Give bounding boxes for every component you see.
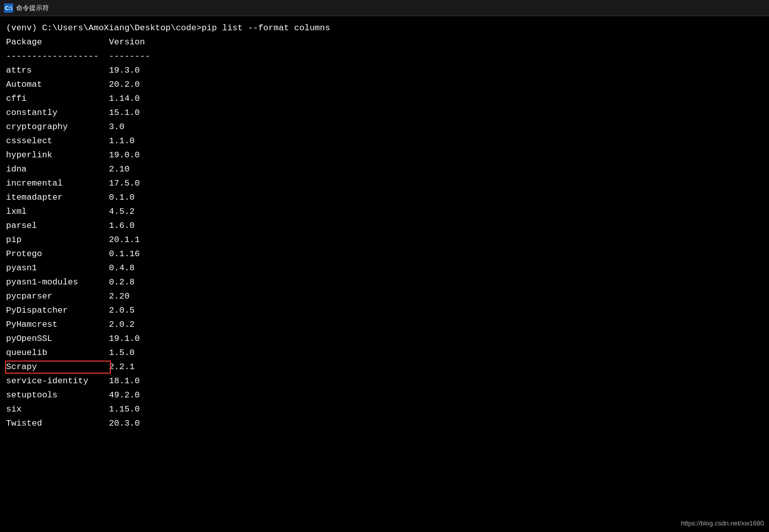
- package-row: setuptools 49.2.0: [6, 388, 763, 402]
- scrapy-highlighted-row: Scrapy 2.2.1: [6, 360, 135, 374]
- terminal-body: (venv) C:\Users\AmoXiang\Desktop\code>pi…: [0, 16, 769, 532]
- package-row: cryptography 3.0: [6, 120, 763, 134]
- package-row: Scrapy 2.2.1: [6, 360, 763, 374]
- watermark: https://blog.csdn.net/xw1680: [681, 519, 764, 527]
- package-row: PyHamcrest 2.0.2: [6, 318, 763, 332]
- package-row: service-identity 18.1.0: [6, 374, 763, 388]
- command-line: (venv) C:\Users\AmoXiang\Desktop\code>pi…: [6, 21, 763, 35]
- package-row: attrs 19.3.0: [6, 64, 763, 78]
- package-row: pip 20.1.1: [6, 233, 763, 247]
- package-list: attrs 19.3.0Automat 20.2.0cffi 1.14.0con…: [6, 64, 763, 431]
- package-row: lxml 4.5.2: [6, 205, 763, 219]
- package-row: queuelib 1.5.0: [6, 346, 763, 360]
- package-row: idna 2.10: [6, 162, 763, 176]
- cmd-icon: C:\: [4, 4, 13, 13]
- package-row: incremental 17.5.0: [6, 176, 763, 191]
- package-row: cffi 1.14.0: [6, 92, 763, 106]
- package-row: pyasn1-modules 0.2.8: [6, 275, 763, 289]
- header-line: Package Version: [6, 35, 763, 49]
- package-row: PyDispatcher 2.0.5: [6, 304, 763, 318]
- package-row: pyasn1 0.4.8: [6, 261, 763, 275]
- package-row: Protego 0.1.16: [6, 247, 763, 261]
- package-row: parsel 1.6.0: [6, 219, 763, 233]
- window-title: 命令提示符: [16, 4, 49, 13]
- separator-line: ------------------ --------: [6, 49, 763, 64]
- package-row: Twisted 20.3.0: [6, 417, 763, 431]
- package-row: pycparser 2.20: [6, 289, 763, 304]
- package-row: six 1.15.0: [6, 402, 763, 417]
- package-row: cssselect 1.1.0: [6, 134, 763, 148]
- package-row: Automat 20.2.0: [6, 78, 763, 92]
- package-row: hyperlink 19.0.0: [6, 148, 763, 162]
- package-row: pyOpenSSL 19.1.0: [6, 332, 763, 346]
- scrapy-highlight-box: [5, 361, 111, 374]
- package-row: itemadapter 0.1.0: [6, 191, 763, 205]
- titlebar: C:\ 命令提示符: [0, 0, 769, 16]
- package-row: constantly 15.1.0: [6, 106, 763, 120]
